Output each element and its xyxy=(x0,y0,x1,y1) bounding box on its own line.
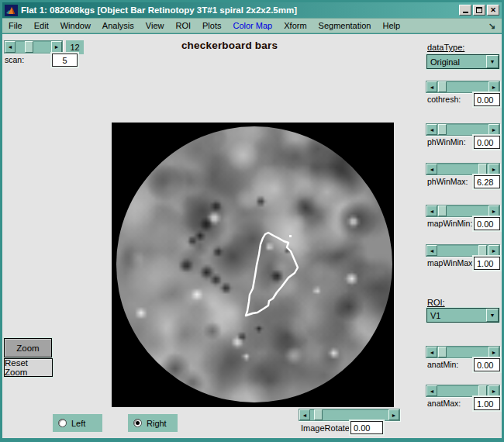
anatmax-right-arrow-icon[interactable]: ► xyxy=(488,385,499,396)
roi-value: V1 xyxy=(427,309,486,322)
anatmin-field[interactable] xyxy=(474,358,500,371)
scan-slider-track[interactable] xyxy=(16,41,51,53)
mapwinmin-thumb[interactable] xyxy=(438,205,447,216)
datatype-label: dataType: xyxy=(427,43,464,52)
close-button[interactable]: ✕ xyxy=(487,5,499,16)
image-rotate-left-arrow-icon[interactable]: ◄ xyxy=(299,409,310,420)
scan-slider-left-arrow-icon[interactable]: ◄ xyxy=(5,41,16,53)
menu-segmentation[interactable]: Segmentation xyxy=(319,21,371,30)
menubar: File Edit Window Analysis View ROI Plots… xyxy=(2,18,502,33)
menu-window[interactable]: Window xyxy=(60,21,91,30)
cothresh-slider[interactable]: ◄ ► xyxy=(426,81,500,93)
mapwinmax-field[interactable] xyxy=(474,257,500,270)
datatype-dropdown-arrow-icon[interactable]: ▼ xyxy=(486,55,499,68)
anatmax-track[interactable] xyxy=(437,385,488,396)
scan-value-field[interactable] xyxy=(52,54,78,67)
window-controls: ✕ xyxy=(459,5,499,16)
phwinmin-label: phWinMin: xyxy=(427,137,466,147)
anatmax-field[interactable] xyxy=(474,397,500,410)
cothresh-thumb[interactable] xyxy=(438,81,447,92)
menu-color-map[interactable]: Color Map xyxy=(233,21,272,30)
menu-edit[interactable]: Edit xyxy=(34,21,49,30)
scan-slider[interactable]: ◄ ► xyxy=(4,40,63,54)
mapwinmin-right-arrow-icon[interactable]: ► xyxy=(488,205,499,216)
right-radio-icon[interactable] xyxy=(133,419,142,427)
dock-figure-icon[interactable]: ↘ xyxy=(488,21,495,31)
matlab-icon xyxy=(5,5,18,16)
datatype-dropdown[interactable]: Original ▼ xyxy=(426,54,499,69)
close-icon: ✕ xyxy=(490,5,496,15)
flatmap-canvas[interactable] xyxy=(112,123,394,407)
anatmax-label: anatMax: xyxy=(427,399,461,408)
scan-slider-thumb[interactable] xyxy=(25,41,33,53)
minimize-icon xyxy=(463,12,468,13)
mapwinmax-right-arrow-icon[interactable]: ► xyxy=(488,245,499,256)
roi-dropdown[interactable]: V1 ▼ xyxy=(426,308,499,323)
anatmax-thumb[interactable] xyxy=(478,385,487,396)
anatmin-label: anatMin: xyxy=(427,360,458,369)
menu-view[interactable]: View xyxy=(146,21,164,30)
cothresh-left-arrow-icon[interactable]: ◄ xyxy=(426,81,437,92)
mapwinmin-field[interactable] xyxy=(474,217,500,230)
menu-roi[interactable]: ROI xyxy=(175,21,191,30)
phwinmax-track[interactable] xyxy=(437,164,488,174)
cothresh-field[interactable] xyxy=(474,93,500,106)
image-rotate-label: ImageRotate: xyxy=(301,423,352,433)
menu-help[interactable]: Help xyxy=(382,21,400,30)
image-rotate-right-arrow-icon[interactable]: ► xyxy=(388,409,399,420)
mapwinmax-left-arrow-icon[interactable]: ◄ xyxy=(426,245,437,256)
anatmax-slider[interactable]: ◄ ► xyxy=(426,385,500,397)
phwinmin-thumb[interactable] xyxy=(438,124,447,135)
mapwinmin-slider[interactable]: ◄ ► xyxy=(426,205,500,217)
maximize-button[interactable] xyxy=(473,5,485,16)
menu-file[interactable]: File xyxy=(9,21,22,30)
right-radio-label: Right xyxy=(147,419,167,428)
image-rotate-track[interactable] xyxy=(310,409,388,420)
reset-zoom-button[interactable]: Reset Zoom xyxy=(4,358,53,377)
image-rotate-field[interactable] xyxy=(350,421,383,434)
anatmin-right-arrow-icon[interactable]: ► xyxy=(488,347,499,357)
cothresh-track[interactable] xyxy=(437,81,488,92)
anatmax-left-arrow-icon[interactable]: ◄ xyxy=(426,385,437,396)
flatmap-image[interactable] xyxy=(112,123,394,407)
anatmin-slider[interactable]: ◄ ► xyxy=(426,346,500,358)
mapwinmax-thumb[interactable] xyxy=(478,245,487,256)
scan-slider-right-arrow-icon[interactable]: ► xyxy=(51,41,62,53)
right-hemisphere-radio[interactable]: Right xyxy=(128,414,178,432)
phwinmin-right-arrow-icon[interactable]: ► xyxy=(488,124,499,135)
phwinmax-right-arrow-icon[interactable]: ► xyxy=(488,164,499,174)
scan-label: scan: xyxy=(5,55,24,64)
phwinmin-field[interactable] xyxy=(474,136,500,149)
menu-xform[interactable]: Xform xyxy=(284,21,306,30)
anatmin-thumb[interactable] xyxy=(438,347,447,357)
phwinmax-thumb[interactable] xyxy=(478,164,487,174)
mapwinmin-track[interactable] xyxy=(437,205,488,216)
image-rotate-thumb[interactable] xyxy=(314,409,323,420)
roi-dropdown-arrow-icon[interactable]: ▼ xyxy=(486,309,499,322)
scan-max-badge: 12 xyxy=(66,40,84,54)
titlebar[interactable]: Flat 1: 082608kgs [Object Bar Retinotopy… xyxy=(2,2,502,18)
left-radio-icon[interactable] xyxy=(58,419,67,427)
phwinmax-left-arrow-icon[interactable]: ◄ xyxy=(426,164,437,174)
phwinmin-track[interactable] xyxy=(437,124,488,135)
image-rotate-slider[interactable]: ◄ ► xyxy=(299,409,400,421)
phwinmin-slider[interactable]: ◄ ► xyxy=(426,123,500,136)
phwinmax-field[interactable] xyxy=(474,175,500,188)
left-radio-label: Left xyxy=(71,419,85,428)
phwinmin-left-arrow-icon[interactable]: ◄ xyxy=(426,124,437,135)
roi-label: ROI: xyxy=(427,298,445,307)
menu-plots[interactable]: Plots xyxy=(202,21,221,30)
cothresh-right-arrow-icon[interactable]: ► xyxy=(488,81,499,92)
phwinmax-slider[interactable]: ◄ ► xyxy=(426,163,500,175)
menu-analysis[interactable]: Analysis xyxy=(102,21,134,30)
mapwinmax-track[interactable] xyxy=(437,245,488,256)
app-window: Flat 1: 082608kgs [Object Bar Retinotopy… xyxy=(0,0,504,442)
anatmin-track[interactable] xyxy=(437,347,488,357)
left-hemisphere-radio[interactable]: Left xyxy=(53,414,102,432)
mapwinmin-left-arrow-icon[interactable]: ◄ xyxy=(426,205,437,216)
phwinmax-label: phWinMax: xyxy=(427,177,468,186)
minimize-button[interactable] xyxy=(459,5,471,16)
anatmin-left-arrow-icon[interactable]: ◄ xyxy=(426,347,437,357)
zoom-button[interactable]: Zoom xyxy=(4,338,52,357)
mapwinmax-slider[interactable]: ◄ ► xyxy=(426,244,500,257)
